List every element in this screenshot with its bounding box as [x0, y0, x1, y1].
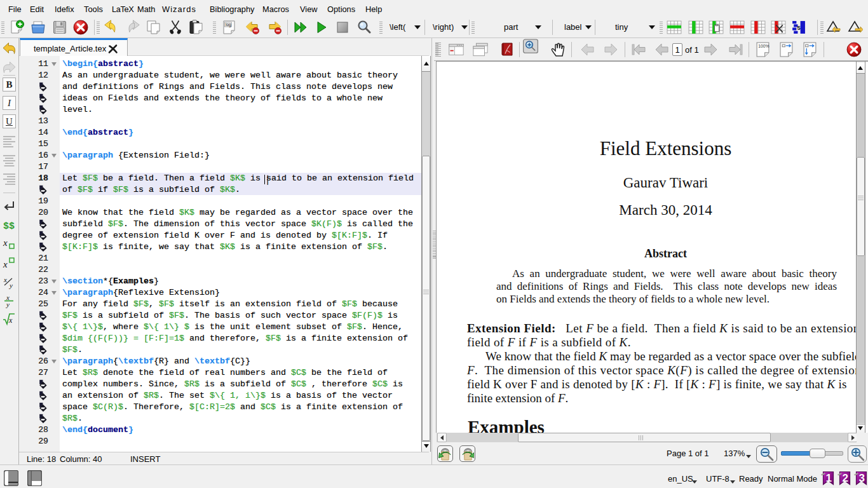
svg-text:100%: 100% [758, 44, 769, 48]
svg-text:1: 1 [825, 472, 831, 484]
svg-text:y: y [6, 301, 10, 308]
svg-text:x: x [8, 316, 13, 325]
svg-text:x: x [3, 259, 8, 269]
svg-text:log: log [226, 22, 231, 27]
svg-text:5: 5 [797, 24, 800, 31]
svg-text:$$: $$ [3, 221, 15, 232]
svg-text:2: 2 [842, 472, 848, 484]
svg-text:x: x [3, 276, 7, 283]
svg-text:x: x [3, 238, 8, 248]
svg-text:3: 3 [858, 472, 864, 484]
svg-text:y: y [9, 281, 13, 289]
